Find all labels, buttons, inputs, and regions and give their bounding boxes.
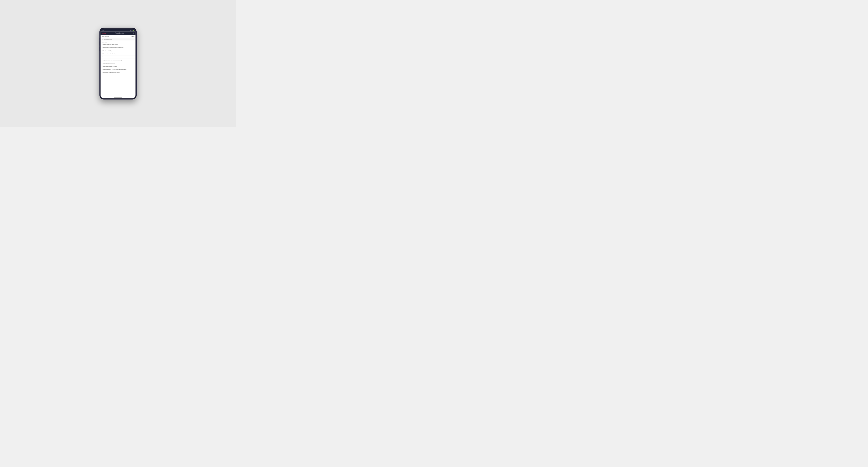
- nearby-courses-section: Nearby courses Central London Golf Centr…: [100, 41, 135, 96]
- course-name: Central London Golf Centre, London: [103, 44, 118, 45]
- find-title: Find a Golf Course: [102, 36, 109, 37]
- course-name: Dukes Meadows GC, London: [103, 63, 115, 64]
- course-item[interactable]: Central London Golf Centre, London: [100, 43, 135, 46]
- svg-line-1: [103, 39, 103, 40]
- home-indicator: [100, 96, 135, 98]
- pin-icon: [102, 50, 102, 52]
- hamburger-line-3: [133, 33, 134, 34]
- phone-device: 9:41 ▮▮▮ WiFi 🔋 clippd Recent Searches: [99, 28, 137, 100]
- course-item[interactable]: Dukes Meadows GC, London: [100, 62, 135, 65]
- course-item[interactable]: Richmond Park GC - Prince's, Surrey: [100, 52, 135, 56]
- status-time: 9:41: [102, 30, 104, 31]
- pin-icon: [102, 72, 102, 73]
- course-name: Royal Wimbledon GC, Great London Authori…: [103, 59, 122, 61]
- course-item[interactable]: North Middlesex GC (1011942 - North Midd…: [100, 68, 135, 71]
- course-name: Coombe Hill GC, Kingston upon Thames: [103, 72, 120, 73]
- course-item[interactable]: Royal Wimbledon GC, Great London Authori…: [100, 59, 135, 62]
- status-icons: ▮▮▮ WiFi 🔋: [130, 30, 134, 31]
- menu-button[interactable]: [133, 33, 134, 34]
- main-content: Find a Golf Course Cancel Nearby: [100, 35, 135, 98]
- status-bar: 9:41 ▮▮▮ WiFi 🔋: [100, 29, 135, 32]
- pin-icon: [102, 69, 102, 70]
- course-name: Brent Valley Municipal GC, London: [103, 66, 117, 67]
- hamburger-line-1: [133, 33, 134, 33]
- home-bar: [114, 97, 122, 98]
- search-container: [100, 38, 135, 41]
- search-input[interactable]: [103, 39, 134, 40]
- mute-button: [99, 38, 100, 40]
- cancel-button[interactable]: Cancel: [131, 36, 134, 37]
- course-name: Roehampton Club - Roehampton, Greater Lo…: [103, 47, 123, 48]
- course-name: London Scottish GC, London: [103, 50, 115, 52]
- course-item[interactable]: London Scottish GC, London: [100, 49, 135, 52]
- hamburger-line-2: [133, 33, 134, 33]
- course-item[interactable]: Roehampton Club - Roehampton, Greater Lo…: [100, 46, 135, 49]
- nearby-label: Nearby courses: [100, 41, 135, 43]
- search-icon: [102, 39, 103, 40]
- pin-icon: [102, 56, 102, 58]
- course-item[interactable]: Richmond Park GC - Duke's, London: [100, 56, 135, 59]
- nav-bar: clippd Recent Searches: [100, 32, 135, 35]
- search-input-wrapper: [101, 38, 134, 40]
- volume-down-button: [99, 46, 100, 51]
- find-header: Find a Golf Course Cancel: [100, 35, 135, 37]
- pin-icon: [102, 59, 102, 61]
- signal-icon: ▮▮▮: [130, 30, 131, 31]
- course-item[interactable]: Brent Valley Municipal GC, London: [100, 65, 135, 68]
- pin-icon: [102, 44, 102, 45]
- wifi-icon: WiFi: [131, 30, 133, 30]
- pin-icon: [102, 66, 102, 67]
- course-name: Richmond Park GC - Duke's, London: [103, 56, 118, 58]
- volume-up-button: [99, 41, 100, 45]
- course-item[interactable]: Coombe Hill GC, Kingston upon Thames: [100, 71, 135, 74]
- nav-title: Recent Searches: [115, 33, 124, 34]
- course-name: Richmond Park GC - Prince's, Surrey: [103, 53, 118, 55]
- pin-icon: [102, 47, 102, 49]
- app-logo: clippd: [102, 32, 106, 34]
- pin-icon: [102, 63, 102, 64]
- phone-screen: 9:41 ▮▮▮ WiFi 🔋 clippd Recent Searches: [100, 29, 135, 98]
- course-name: North Middlesex GC (1011942 - North Midd…: [103, 69, 126, 70]
- battery-icon: 🔋: [133, 30, 134, 31]
- pin-icon: [102, 53, 102, 55]
